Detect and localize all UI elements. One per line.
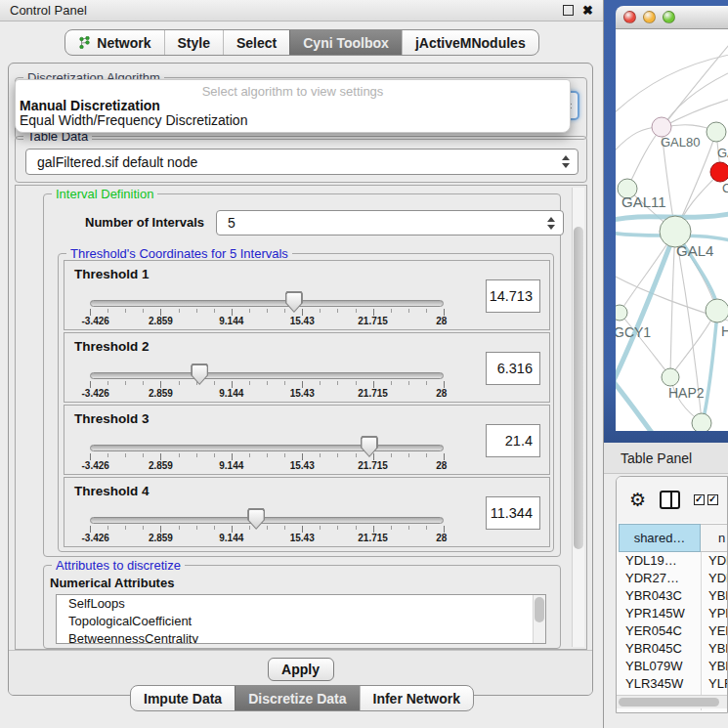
combo-stepper-icon [547,217,555,230]
settings-scroll-area: Interval Definition Number of Intervals … [15,185,587,650]
threshold-panel-4: Threshold 4-3.4262.8599.14415.4321.71528… [64,477,550,547]
network-node-green[interactable] [662,368,679,386]
tick-mark [408,453,409,457]
table-column-header-1[interactable]: n [701,524,728,552]
slider-track[interactable] [90,445,444,451]
network-node-green[interactable] [692,413,711,431]
tick-mark [143,453,144,457]
tick-mark [320,381,321,385]
slider-track[interactable] [90,372,444,379]
list-scrollbar-thumb[interactable] [535,597,544,622]
tab-style-label: Style [178,35,210,51]
network-view[interactable]: GAL80GACGAL11GAL4GCY1HHAP2 [616,29,728,431]
table-row[interactable]: YBR045CYBR0 [619,640,728,658]
attribute-list-item[interactable]: SelfLoops [57,595,545,613]
table-row[interactable]: YDL19…YDL1 [619,552,728,570]
table-row[interactable]: YDR27…YDR2 [619,570,728,587]
tick-mark [408,526,409,530]
tick-mark [160,453,161,460]
table-cell-shared-name: YDL19… [619,552,701,570]
tick-label: 2.859 [149,533,173,543]
columns-icon[interactable] [660,491,680,509]
algorithm-option-equal-width[interactable]: Equal Width/Frequency Discretization [16,113,570,128]
gear-icon[interactable]: ⚙ [629,491,646,509]
tick-mark [426,309,427,313]
threshold-value-input[interactable]: 14.713 [486,279,540,313]
table-row[interactable]: YPR145WYPR1 [619,605,728,622]
tick-label: 9.144 [219,388,243,399]
algorithm-hint: Select algorithm to view settings [16,80,570,99]
tick-mark [143,309,144,313]
attribute-list-item[interactable]: TopologicalCoefficient [57,613,545,630]
tick-mark [444,526,445,533]
tab-cyni-toolbox[interactable]: Cyni Toolbox [289,30,402,55]
tick-label: 9.144 [219,533,243,543]
network-graph: GAL80GACGAL11GAL4GCY1HHAP2 [616,29,728,431]
tick-mark [408,309,409,313]
table-column-header-0[interactable]: shared… [619,524,701,552]
slider-track[interactable] [90,517,444,524]
attribute-list-item[interactable]: BetweennessCentrality [57,630,545,644]
table-row[interactable]: YBR043CYBR0 [619,587,728,605]
number-of-intervals-select[interactable]: 5 [216,210,564,236]
network-node-green[interactable] [707,122,726,142]
list-scrollbar[interactable] [533,595,545,643]
table-row[interactable]: YBL079WYBL0 [619,658,728,675]
table-data-group: Table Data galFiltered.sif default node [15,136,587,183]
table-data-select[interactable]: galFiltered.sif default node [25,149,578,175]
tick-label: -3.426 [81,316,108,326]
tab-jactivemnodules[interactable]: jActiveMNodules [402,30,538,55]
zoom-traffic-light-icon[interactable] [663,11,675,23]
tick-mark [444,381,445,388]
table-hscrollbar-thumb[interactable] [619,698,719,707]
tick-mark [107,309,108,313]
tick-mark [125,526,126,530]
float-window-icon[interactable] [563,5,574,16]
control-panel-titlebar: Control Panel ✖ [0,0,603,21]
network-node-label: GAL4 [676,242,713,259]
table-cell-name: YDR2 [701,570,728,587]
network-node-pink[interactable] [652,117,671,137]
network-window-titlebar [616,6,728,29]
network-node-red[interactable] [710,162,728,182]
threshold-value-input[interactable]: 6.316 [486,352,540,385]
tab-network[interactable]: Network [65,30,163,55]
threshold-value-input[interactable]: 11.344 [486,496,540,530]
network-node-label: C [722,181,728,195]
tick-mark [320,309,321,313]
table-row[interactable]: YLR345WYLR3 [619,675,728,693]
algorithm-option-manual[interactable]: Manual Discretization [16,99,570,113]
threshold-slider-1: -3.4262.8599.14415.4321.71528 [90,261,444,331]
bottom-tab-discretize-data[interactable]: Discretize Data [235,686,359,710]
close-icon[interactable]: ✖ [582,5,593,16]
tick-mark [426,526,427,530]
settings-scrollbar[interactable] [572,188,584,647]
tick-mark [337,526,338,530]
close-traffic-light-icon[interactable] [623,11,636,23]
network-edge [670,232,675,375]
tab-select[interactable]: Select [223,30,289,55]
tick-mark [337,453,338,457]
tick-mark [107,526,108,530]
bottom-tab-impute-data[interactable]: Impute Data [131,686,235,710]
threshold-panel-2: Threshold 2-3.4262.8599.14415.4321.71528… [64,332,550,403]
network-node-label: GA [717,146,728,160]
table-row[interactable]: YER054CYER0 [619,622,728,640]
apply-button[interactable]: Apply [268,658,334,681]
network-edge [666,39,728,122]
tick-mark [373,526,374,533]
scrollbar-thumb[interactable] [574,227,583,549]
network-node-green[interactable] [706,299,728,322]
tick-mark [160,526,161,533]
tick-mark [444,309,445,316]
select-columns-icon[interactable] [694,494,718,505]
tab-style[interactable]: Style [164,30,223,55]
table-hscrollbar[interactable] [617,695,727,708]
network-edge [670,311,716,376]
slider-track[interactable] [90,300,444,307]
threshold-value-input[interactable]: 21.4 [486,424,540,457]
bottom-tab-infer-network[interactable]: Infer Network [360,686,473,710]
network-edge [616,54,728,117]
minimize-traffic-light-icon[interactable] [643,11,656,23]
network-node-green[interactable] [616,305,627,321]
